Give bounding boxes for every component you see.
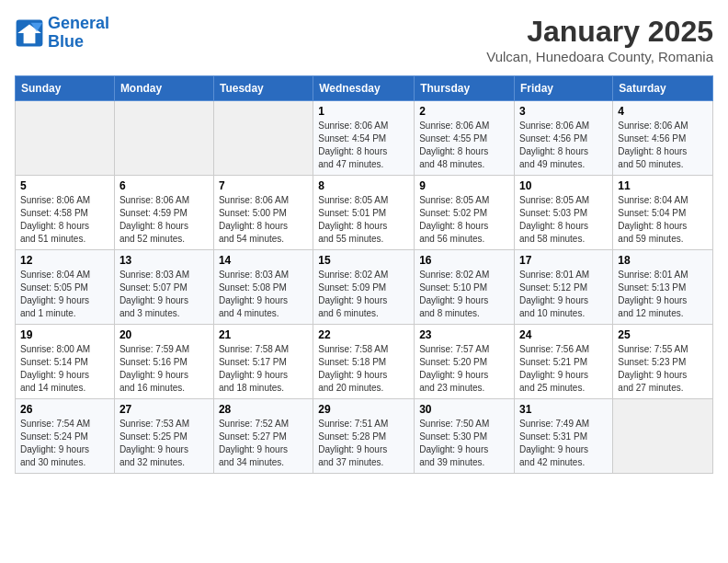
day-info: Sunrise: 7:50 AM Sunset: 5:30 PM Dayligh… [419,418,509,469]
calendar-title: January 2025 [486,15,713,49]
day-info: Sunrise: 8:05 AM Sunset: 5:03 PM Dayligh… [519,194,608,246]
calendar-cell: 5Sunrise: 8:06 AM Sunset: 4:58 PM Daylig… [16,176,115,250]
day-number: 19 [20,328,109,341]
day-info: Sunrise: 7:51 AM Sunset: 5:28 PM Dayligh… [318,418,409,469]
day-number: 25 [618,328,708,341]
calendar-cell: 25Sunrise: 7:55 AM Sunset: 5:23 PM Dayli… [613,325,713,399]
calendar-cell: 20Sunrise: 7:59 AM Sunset: 5:16 PM Dayli… [114,325,213,399]
day-info: Sunrise: 8:01 AM Sunset: 5:12 PM Dayligh… [519,269,608,320]
day-number: 30 [419,403,509,416]
header-row: SundayMondayTuesdayWednesdayThursdayFrid… [16,76,713,101]
calendar-cell: 13Sunrise: 8:03 AM Sunset: 5:07 PM Dayli… [114,250,213,325]
day-info: Sunrise: 7:55 AM Sunset: 5:23 PM Dayligh… [618,343,708,395]
calendar-header: SundayMondayTuesdayWednesdayThursdayFrid… [16,76,713,101]
calendar-cell: 26Sunrise: 7:54 AM Sunset: 5:24 PM Dayli… [16,399,115,474]
day-info: Sunrise: 8:05 AM Sunset: 5:01 PM Dayligh… [318,194,409,246]
calendar-cell: 24Sunrise: 7:56 AM Sunset: 5:21 PM Dayli… [515,325,613,399]
header-friday: Friday [515,76,613,101]
day-info: Sunrise: 8:00 AM Sunset: 5:14 PM Dayligh… [20,343,109,395]
calendar-cell [114,101,213,176]
week-row-1: 5Sunrise: 8:06 AM Sunset: 4:58 PM Daylig… [16,176,713,250]
calendar-cell: 19Sunrise: 8:00 AM Sunset: 5:14 PM Dayli… [16,325,115,399]
header-wednesday: Wednesday [313,76,415,101]
calendar-cell: 3Sunrise: 8:06 AM Sunset: 4:56 PM Daylig… [515,101,613,176]
day-number: 11 [618,179,708,192]
day-number: 4 [618,105,708,118]
day-info: Sunrise: 8:02 AM Sunset: 5:09 PM Dayligh… [318,269,409,320]
logo: General Blue [15,15,109,52]
day-number: 2 [419,105,509,118]
logo-icon [15,18,44,48]
day-number: 13 [119,254,209,267]
logo-text: General Blue [48,15,109,52]
calendar-cell: 2Sunrise: 8:06 AM Sunset: 4:55 PM Daylig… [415,101,515,176]
page-header: General Blue January 2025 Vulcan, Hunedo… [15,15,713,64]
day-info: Sunrise: 8:03 AM Sunset: 5:08 PM Dayligh… [219,269,308,320]
calendar-cell: 9Sunrise: 8:05 AM Sunset: 5:02 PM Daylig… [415,176,515,250]
day-info: Sunrise: 8:06 AM Sunset: 5:00 PM Dayligh… [219,194,308,246]
calendar-cell: 7Sunrise: 8:06 AM Sunset: 5:00 PM Daylig… [213,176,313,250]
calendar-body: 1Sunrise: 8:06 AM Sunset: 4:54 PM Daylig… [16,101,713,474]
day-info: Sunrise: 7:58 AM Sunset: 5:17 PM Dayligh… [219,343,308,395]
day-number: 6 [119,179,209,192]
calendar-subtitle: Vulcan, Hunedoara County, Romania [486,49,713,64]
day-info: Sunrise: 8:06 AM Sunset: 4:56 PM Dayligh… [519,120,608,171]
week-row-3: 19Sunrise: 8:00 AM Sunset: 5:14 PM Dayli… [16,325,713,399]
day-number: 27 [119,403,209,416]
day-info: Sunrise: 7:52 AM Sunset: 5:27 PM Dayligh… [219,418,308,469]
calendar-cell: 4Sunrise: 8:06 AM Sunset: 4:56 PM Daylig… [613,101,713,176]
day-info: Sunrise: 7:58 AM Sunset: 5:18 PM Dayligh… [318,343,409,395]
day-number: 7 [219,179,308,192]
calendar-cell: 22Sunrise: 7:58 AM Sunset: 5:18 PM Dayli… [313,325,415,399]
day-info: Sunrise: 8:01 AM Sunset: 5:13 PM Dayligh… [618,269,708,320]
header-saturday: Saturday [613,76,713,101]
day-info: Sunrise: 8:06 AM Sunset: 4:55 PM Dayligh… [419,120,509,171]
week-row-0: 1Sunrise: 8:06 AM Sunset: 4:54 PM Daylig… [16,101,713,176]
day-info: Sunrise: 7:59 AM Sunset: 5:16 PM Dayligh… [119,343,209,395]
calendar-cell: 23Sunrise: 7:57 AM Sunset: 5:20 PM Dayli… [415,325,515,399]
day-number: 18 [618,254,708,267]
calendar-cell: 10Sunrise: 8:05 AM Sunset: 5:03 PM Dayli… [515,176,613,250]
day-number: 31 [519,403,608,416]
day-info: Sunrise: 8:02 AM Sunset: 5:10 PM Dayligh… [419,269,509,320]
calendar-cell: 27Sunrise: 7:53 AM Sunset: 5:25 PM Dayli… [114,399,213,474]
calendar-cell: 11Sunrise: 8:04 AM Sunset: 5:04 PM Dayli… [613,176,713,250]
day-number: 29 [318,403,409,416]
day-info: Sunrise: 8:06 AM Sunset: 4:58 PM Dayligh… [20,194,109,246]
calendar-cell: 15Sunrise: 8:02 AM Sunset: 5:09 PM Dayli… [313,250,415,325]
week-row-4: 26Sunrise: 7:54 AM Sunset: 5:24 PM Dayli… [16,399,713,474]
calendar-cell: 6Sunrise: 8:06 AM Sunset: 4:59 PM Daylig… [114,176,213,250]
day-number: 8 [318,179,409,192]
calendar-cell: 1Sunrise: 8:06 AM Sunset: 4:54 PM Daylig… [313,101,415,176]
calendar-cell: 30Sunrise: 7:50 AM Sunset: 5:30 PM Dayli… [415,399,515,474]
day-info: Sunrise: 8:05 AM Sunset: 5:02 PM Dayligh… [419,194,509,246]
title-block: January 2025 Vulcan, Hunedoara County, R… [486,15,713,64]
day-number: 10 [519,179,608,192]
day-info: Sunrise: 8:06 AM Sunset: 4:56 PM Dayligh… [618,120,708,171]
header-monday: Monday [114,76,213,101]
day-number: 23 [419,328,509,341]
day-info: Sunrise: 7:54 AM Sunset: 5:24 PM Dayligh… [20,418,109,469]
day-number: 5 [20,179,109,192]
calendar-cell: 31Sunrise: 7:49 AM Sunset: 5:31 PM Dayli… [515,399,613,474]
day-info: Sunrise: 7:57 AM Sunset: 5:20 PM Dayligh… [419,343,509,395]
calendar-cell [613,399,713,474]
day-info: Sunrise: 7:53 AM Sunset: 5:25 PM Dayligh… [119,418,209,469]
day-info: Sunrise: 8:04 AM Sunset: 5:05 PM Dayligh… [20,269,109,320]
calendar-cell [16,101,115,176]
calendar-table: SundayMondayTuesdayWednesdayThursdayFrid… [15,75,713,474]
day-number: 17 [519,254,608,267]
calendar-cell: 28Sunrise: 7:52 AM Sunset: 5:27 PM Dayli… [213,399,313,474]
day-number: 14 [219,254,308,267]
day-info: Sunrise: 8:06 AM Sunset: 4:59 PM Dayligh… [119,194,209,246]
calendar-cell: 14Sunrise: 8:03 AM Sunset: 5:08 PM Dayli… [213,250,313,325]
day-number: 26 [20,403,109,416]
calendar-cell: 21Sunrise: 7:58 AM Sunset: 5:17 PM Dayli… [213,325,313,399]
day-number: 1 [318,105,409,118]
calendar-cell: 8Sunrise: 8:05 AM Sunset: 5:01 PM Daylig… [313,176,415,250]
logo-line1: General [48,14,109,32]
logo-line2: Blue [48,32,84,51]
header-tuesday: Tuesday [213,76,313,101]
day-number: 28 [219,403,308,416]
day-info: Sunrise: 8:06 AM Sunset: 4:54 PM Dayligh… [318,120,409,171]
